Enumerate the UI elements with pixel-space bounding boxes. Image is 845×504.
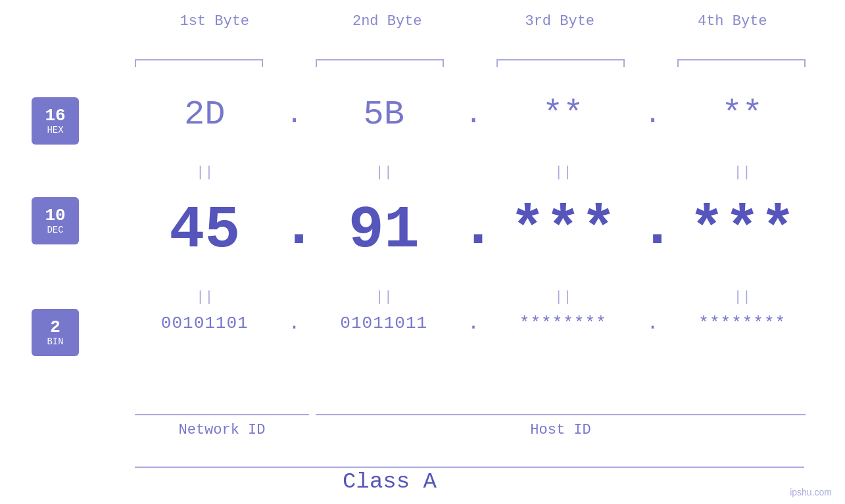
bracket-line-3: [496, 59, 625, 60]
host-id-label: Host ID: [316, 422, 806, 438]
equals-dec-bin: || || || ||: [128, 289, 819, 306]
eq-spacer-2: [460, 164, 487, 181]
eq-spacer-b2: [460, 289, 487, 306]
top-tick-l1: [135, 59, 136, 67]
network-id-label: Network ID: [135, 422, 309, 438]
top-tick-r2: [443, 59, 444, 67]
bracket-line-4: [677, 59, 806, 60]
badge-dec-label: DEC: [47, 225, 63, 235]
top-tick-r1: [262, 59, 263, 67]
top-tick-l2: [316, 59, 317, 67]
class-a-label: Class A: [0, 469, 779, 494]
badge-bin: 2 BIN: [32, 309, 79, 356]
badge-bin-label: BIN: [47, 336, 63, 347]
eq-spacer-b3: [640, 289, 666, 306]
host-bracket: [316, 414, 806, 415]
bracket-line-2: [316, 59, 444, 60]
col-header-1: 1st Byte: [128, 13, 301, 30]
eq-2: ||: [308, 164, 461, 181]
badge-hex-num: 16: [45, 106, 65, 126]
hex-dot-2: .: [460, 99, 487, 131]
dec-val-4: ***: [666, 197, 819, 264]
bin-val-4: ********: [666, 313, 819, 333]
hex-val-4: **: [666, 95, 819, 134]
top-tick-r3: [623, 59, 625, 67]
eq-spacer-b1: [281, 289, 308, 306]
col-header-2: 2nd Byte: [301, 13, 474, 30]
top-tick-l3: [496, 59, 498, 67]
bin-dot-3: .: [640, 312, 666, 334]
hex-row: 2D . 5B . ** . **: [128, 95, 819, 134]
top-tick-l4: [677, 59, 679, 67]
watermark: ipshu.com: [790, 487, 832, 497]
hex-val-3: **: [487, 95, 640, 134]
dec-val-3: ***: [487, 197, 640, 264]
bracket-line-1: [135, 59, 263, 60]
eq-b1: ||: [128, 289, 281, 306]
bin-dot-2: .: [460, 312, 487, 334]
network-bracket: [135, 414, 309, 415]
hex-dot-1: .: [281, 99, 308, 131]
dec-dot-2: .: [460, 198, 487, 263]
eq-b2: ||: [308, 289, 461, 306]
eq-b4: ||: [666, 289, 819, 306]
hex-val-1: 2D: [128, 95, 281, 134]
bin-dot-1: .: [281, 312, 308, 334]
dec-val-1: 45: [128, 197, 281, 264]
dec-val-2: 91: [308, 197, 461, 264]
bottom-main-bracket: [135, 467, 804, 468]
bin-row: 00101101 . 01011011 . ******** . *******…: [128, 312, 819, 334]
eq-b3: ||: [487, 289, 640, 306]
col-header-4: 4th Byte: [646, 13, 819, 30]
equals-hex-dec: || || || ||: [128, 164, 819, 181]
bin-val-1: 00101101: [128, 313, 281, 333]
dec-dot-1: .: [281, 198, 308, 263]
main-container: 1st Byte 2nd Byte 3rd Byte 4th Byte 16 H…: [0, 0, 845, 504]
eq-3: ||: [487, 164, 640, 181]
hex-val-2: 5B: [308, 95, 461, 134]
bin-val-3: ********: [487, 313, 640, 333]
eq-4: ||: [666, 164, 819, 181]
eq-spacer-3: [640, 164, 666, 181]
col-header-3: 3rd Byte: [473, 13, 646, 30]
bin-val-2: 01011011: [308, 313, 461, 333]
hex-dot-3: .: [640, 99, 666, 131]
dec-row: 45 . 91 . *** . ***: [128, 197, 819, 264]
badge-hex: 16 HEX: [32, 97, 79, 145]
badge-dec: 10 DEC: [32, 197, 79, 244]
eq-spacer-1: [281, 164, 308, 181]
eq-1: ||: [128, 164, 281, 181]
top-tick-r4: [804, 59, 806, 67]
dec-dot-3: .: [640, 198, 666, 263]
badge-bin-num: 2: [50, 318, 60, 337]
column-headers: 1st Byte 2nd Byte 3rd Byte 4th Byte: [128, 13, 819, 30]
badge-hex-label: HEX: [47, 125, 63, 135]
badge-dec-num: 10: [45, 206, 65, 225]
